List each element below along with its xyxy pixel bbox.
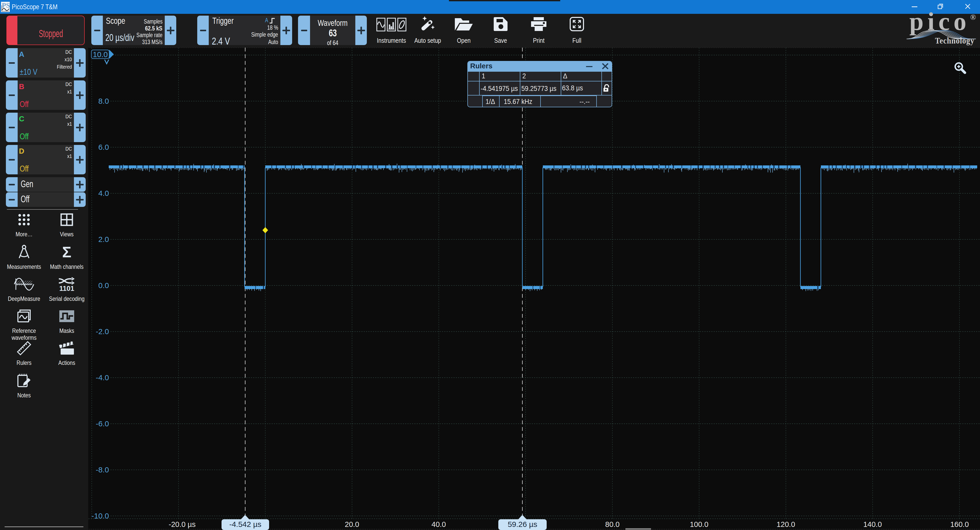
svg-text:-8.0: -8.0 xyxy=(95,466,109,474)
svg-text:PS: PS xyxy=(2,2,10,9)
svg-text:20.0: 20.0 xyxy=(345,520,359,528)
svg-text:140.0: 140.0 xyxy=(863,520,882,528)
svg-text:10.0: 10.0 xyxy=(93,50,108,59)
svg-text:160.0: 160.0 xyxy=(950,520,969,528)
svg-text:80.0: 80.0 xyxy=(605,520,620,528)
svg-text:120.0: 120.0 xyxy=(776,520,795,528)
svg-text:6.0: 6.0 xyxy=(98,143,109,151)
svg-text:-4.0: -4.0 xyxy=(95,373,109,382)
svg-text:-20.0 µs: -20.0 µs xyxy=(169,520,196,528)
svg-text:-2.0: -2.0 xyxy=(95,327,109,336)
svg-text:-6.0: -6.0 xyxy=(95,419,109,428)
svg-text:2.0: 2.0 xyxy=(98,235,109,244)
svg-text:8.0: 8.0 xyxy=(98,97,109,105)
svg-text:-10.0: -10.0 xyxy=(92,512,109,520)
svg-text:40.0: 40.0 xyxy=(431,520,446,528)
svg-text:0.0: 0.0 xyxy=(98,281,109,290)
svg-text:1101: 1101 xyxy=(59,285,75,292)
svg-text:4.0: 4.0 xyxy=(98,189,109,197)
svg-text:100.0: 100.0 xyxy=(690,520,709,528)
